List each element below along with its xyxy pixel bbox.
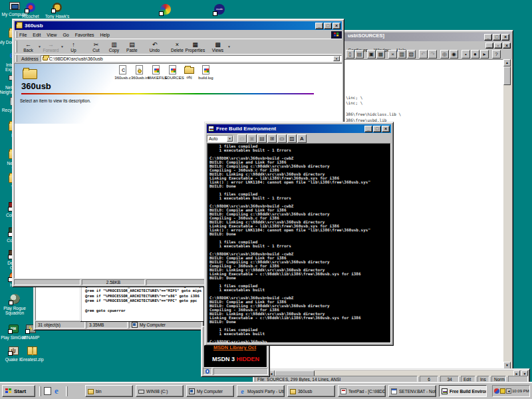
back-button[interactable]: ←Back	[19, 39, 37, 54]
taskbar-button-setenv-bat-notepad[interactable]: SETENV.BAT - Notepad	[388, 385, 436, 397]
font-icon[interactable]: A	[297, 134, 307, 143]
background-icon[interactable]: ▨	[287, 134, 297, 143]
forward-icon: →	[48, 41, 54, 48]
font-size-select[interactable]: Auto ▼	[207, 135, 233, 142]
menu-go[interactable]: Go	[63, 33, 68, 37]
tray-icon-1[interactable]	[494, 388, 499, 394]
address-input[interactable]: C:\98DDK\src\usb\360usb ▼	[41, 55, 342, 62]
taskbar-grip[interactable]	[66, 386, 68, 396]
notepad-batch-text: @rem if "%PROCESSOR_ARCHITECTURE%"=="ALP…	[85, 287, 203, 313]
explorer-titlebar[interactable]: 360usb _ □ ×	[15, 21, 342, 30]
minimize-button[interactable]: _	[484, 34, 492, 41]
taskbar-button-my-computer[interactable]: My Computer	[186, 385, 234, 397]
maximize-button[interactable]: □	[324, 23, 332, 29]
copy-button[interactable]: ▥Copy	[105, 39, 123, 54]
desktop-icon-pinwheel[interactable]	[151, 4, 180, 15]
copy-icon[interactable]: ▥	[398, 50, 406, 59]
forward-button[interactable]: →Forward	[42, 39, 60, 54]
desktop-icon-rogue-squadron[interactable]: Play Rogue Squadron	[0, 294, 29, 315]
maximize-button[interactable]: □	[493, 34, 501, 41]
tray-battery-icon[interactable]	[500, 388, 505, 394]
taskbar-button-textpad-c-98ddk-src[interactable]: TextPad - [C:\98DDK\src\...	[338, 385, 386, 397]
cut-button[interactable]: ✂Cut	[87, 39, 105, 54]
undo-button[interactable]: ↶Undo	[146, 39, 164, 54]
dropdown-icon[interactable]: ▼	[227, 136, 233, 142]
views-icon: ▩	[215, 41, 221, 48]
menu-edit[interactable]: Edit	[33, 33, 41, 37]
mdi-minimize-button[interactable]: _	[485, 43, 493, 49]
desktop-icon-greatest-zip[interactable]: Greatest.zip	[17, 346, 47, 362]
undo-icon[interactable]: ↶	[419, 50, 428, 59]
desktop-icon-tony-hawks[interactable]: Tony Hawk's	[43, 3, 72, 19]
explorer-menu-items: FileEditViewGoFavoritesHelp	[19, 33, 116, 37]
redo-icon[interactable]: ↷	[428, 50, 437, 59]
bookmark-icon[interactable]: •	[462, 50, 470, 59]
fullscreen-icon[interactable]: ⊞	[267, 134, 277, 143]
close-button[interactable]: ×	[382, 126, 390, 132]
file-item[interactable]: SOURCES	[164, 65, 181, 80]
views-button[interactable]: ▩Views	[209, 39, 227, 54]
cut-icon[interactable]: ×	[388, 50, 397, 59]
file-item[interactable]: build.log	[198, 65, 214, 80]
dropdown-arrow-icon[interactable]: ▼	[227, 45, 231, 49]
minimize-button[interactable]: _	[315, 23, 323, 29]
notepad-text-area[interactable]: @rem if "%PROCESSOR_ARCHITECTURE%"=="ALP…	[82, 287, 203, 321]
taskbar-grip[interactable]	[39, 386, 41, 396]
new-file-icon[interactable]: ▯	[346, 50, 354, 59]
taskbar-button-label: WIN98 (C:)	[146, 389, 168, 394]
up-button[interactable]: ↑Up	[65, 39, 82, 54]
find-icon[interactable]: ◎	[440, 50, 449, 59]
tony-hawks-icon	[53, 3, 62, 12]
help-icon[interactable]: ?	[492, 50, 501, 59]
delete-button[interactable]: ×Delete	[168, 39, 186, 54]
paste-button[interactable]: ▤Paste	[123, 39, 141, 54]
paste-icon[interactable]: ▧	[407, 50, 416, 59]
desktop-icon-mode[interactable]: mode	[205, 4, 234, 15]
taskbar-button-360usb[interactable]: 360usb	[287, 385, 335, 397]
scrollbar-thumb[interactable]	[503, 66, 511, 85]
quick-launch-icon-1[interactable]	[44, 387, 51, 395]
properties-icon[interactable]: ▭	[277, 134, 287, 143]
taskbar-button-win98-c[interactable]: WIN98 (C:)	[136, 385, 184, 397]
taskbar-button-bin[interactable]: bin	[85, 385, 133, 397]
menu-favorites[interactable]: Favorites	[75, 33, 94, 37]
scroll-up-icon[interactable]: ▲	[503, 59, 511, 66]
menu-file[interactable]: File	[19, 33, 27, 37]
dropdown-arrow-icon[interactable]: ▼	[38, 45, 41, 49]
macro-play-icon[interactable]: ▸	[480, 50, 489, 59]
file-item[interactable]: 360usb.inf	[131, 65, 148, 80]
close-button[interactable]: ×	[501, 34, 509, 41]
dropdown-arrow-icon[interactable]: ▼	[61, 45, 64, 49]
replace-icon[interactable]: ◉	[450, 50, 458, 59]
status-object-count: 31 object(s)	[35, 321, 85, 329]
desktop-icon-ricochet[interactable]: Ricochet	[16, 3, 45, 19]
mdi-restore-button[interactable]: ▫	[494, 43, 502, 49]
menu-help[interactable]: Help	[100, 33, 110, 37]
file-item[interactable]: MAKEFILE	[148, 65, 164, 80]
properties-button[interactable]: ▦Properties	[186, 39, 204, 54]
macro-record-icon[interactable]: ●	[471, 50, 479, 59]
taskbar-button-free-build-environment[interactable]: Free Build Environment	[439, 385, 487, 397]
print-icon[interactable]: ▦	[376, 50, 385, 59]
menu-view[interactable]: View	[47, 33, 57, 37]
file-item[interactable]: 360usb.c	[114, 65, 131, 80]
copy-icon: ▥	[111, 41, 117, 48]
maximize-button[interactable]: □	[373, 126, 381, 132]
start-button[interactable]: Start	[2, 385, 35, 397]
taskbar-button-moyashi-party-utilities-m[interactable]: eMoyashi Party - Utilities - M...	[237, 385, 285, 397]
copy-icon[interactable]: ▣	[247, 134, 257, 143]
vertical-scrollbar[interactable]: ▲ ▼	[503, 59, 512, 369]
mark-icon[interactable]: ▭	[237, 134, 247, 143]
open-file-icon[interactable]: ▤	[355, 50, 364, 59]
quick-launch-ie-icon[interactable]: e	[55, 386, 59, 396]
close-button[interactable]: ×	[332, 23, 340, 29]
console-screen[interactable]: 1 files compiled 1 executables built - 1…	[207, 143, 391, 343]
file-item[interactable]: obj	[181, 65, 198, 80]
save-icon[interactable]: ▣	[367, 50, 376, 59]
paste-icon[interactable]: ▤	[257, 134, 267, 143]
mdi-close-button[interactable]: ×	[503, 43, 511, 49]
console-titlebar[interactable]: Free Build Environment _ □ ×	[207, 124, 391, 133]
address-dropdown-icon[interactable]: ▼	[333, 56, 340, 61]
minimize-button[interactable]: _	[364, 126, 372, 132]
tray-volume-icon[interactable]: ◄	[506, 388, 511, 394]
